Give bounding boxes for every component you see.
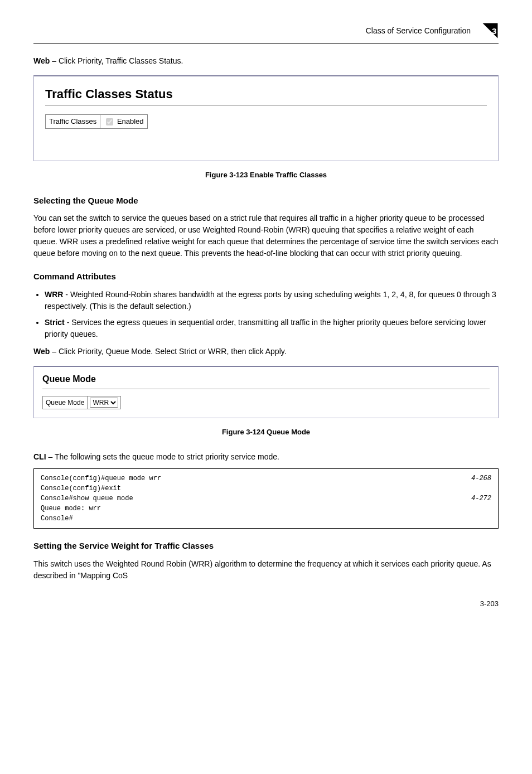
traffic-classes-table: Traffic Classes Enabled <box>45 114 148 129</box>
code-line-4: Console# <box>41 514 491 524</box>
panel1-divider <box>45 105 487 106</box>
enabled-checkbox[interactable] <box>106 118 113 125</box>
cmdattr-item-0: WRR - Weighted Round-Robin shares bandwi… <box>45 289 499 312</box>
section1-para: You can set the switch to service the qu… <box>33 212 499 259</box>
figure-caption-1: Figure 3-123 Enable Traffic Classes <box>33 170 499 181</box>
cmdattr-item-1-text: - Services the egress queues in sequenti… <box>45 318 486 338</box>
code-line-3: Queue mode: wrr <box>41 504 491 514</box>
traffic-classes-label: Traffic Classes <box>46 115 100 129</box>
section2-para: This switch uses the Weighted Round Robi… <box>33 558 499 582</box>
web-intro-2: Web – Click Priority, Queue Mode. Select… <box>33 346 499 357</box>
intro1-text: – Click Priority, Traffic Classes Status… <box>50 56 183 65</box>
bold-web-2: Web <box>33 347 50 356</box>
svg-text:3: 3 <box>492 26 496 36</box>
code-cmd-4: Console# <box>41 514 73 524</box>
chapter-icon: 3 <box>482 22 499 39</box>
code-line-0: Console(config)#queue mode wrr 4-268 <box>41 473 491 483</box>
traffic-classes-checkbox-cell: Enabled <box>100 115 147 129</box>
code-line-2: Console#show queue mode 4-272 <box>41 494 491 504</box>
code-cmd-1: Console(config)#exit <box>41 483 121 494</box>
cmdattr-item-1: Strict - Services the egress queues in s… <box>45 317 499 340</box>
code-block: Console(config)#queue mode wrr 4-268 Con… <box>33 468 499 529</box>
code-ref-2: 4-272 <box>471 494 491 504</box>
cmdattr-item-1-bold: Strict <box>45 318 65 327</box>
code-cmd-2: Console#show queue mode <box>41 494 133 504</box>
panel2-divider <box>42 389 490 389</box>
cli-intro: CLI – The following sets the queue mode … <box>33 451 499 463</box>
web-intro-1: Web – Click Priority, Traffic Classes St… <box>33 55 499 67</box>
cmdattr-list: WRR - Weighted Round-Robin shares bandwi… <box>33 289 499 340</box>
cmdattr-heading: Command Attributes <box>33 270 499 283</box>
panel1-title: Traffic Classes Status <box>45 85 487 103</box>
intro3-text: – The following sets the queue mode to s… <box>46 452 279 461</box>
code-cmd-0: Console(config)#queue mode wrr <box>41 473 161 483</box>
section2-heading: Setting the Service Weight for Traffic C… <box>33 540 499 553</box>
panel2-title: Queue Mode <box>42 373 490 386</box>
page-number: 3-203 <box>33 598 499 609</box>
bold-web-1: Web <box>33 56 50 65</box>
section1-heading: Selecting the Queue Mode <box>33 195 499 207</box>
queue-mode-row: Queue Mode WRR <box>42 396 121 409</box>
header-text: Class of Service Configuration <box>366 25 471 37</box>
intro2-text: – Click Priority, Queue Mode. Select Str… <box>50 347 286 356</box>
cmdattr-item-0-bold: WRR <box>45 290 63 299</box>
queue-mode-label: Queue Mode <box>43 396 88 409</box>
code-ref-0: 4-268 <box>471 473 491 483</box>
traffic-classes-panel: Traffic Classes Status Traffic Classes E… <box>33 75 499 161</box>
code-line-1: Console(config)#exit <box>41 483 491 494</box>
queue-mode-select[interactable]: WRR <box>90 398 118 408</box>
queue-mode-panel: Queue Mode Queue Mode WRR <box>33 366 499 418</box>
figure-caption-2: Figure 3-124 Queue Mode <box>33 427 499 438</box>
bold-cli: CLI <box>33 452 46 461</box>
cmdattr-item-0-text: - Weighted Round-Robin shares bandwidth … <box>45 290 496 311</box>
page-header: Class of Service Configuration 3 <box>33 22 499 44</box>
code-cmd-3: Queue mode: wrr <box>41 504 101 514</box>
enabled-label: Enabled <box>117 117 144 125</box>
